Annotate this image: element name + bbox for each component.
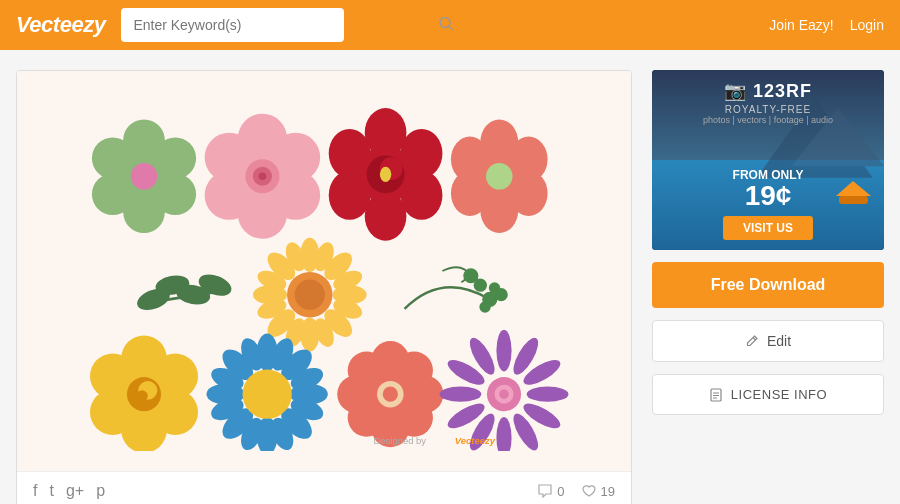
search-container (121, 8, 461, 42)
ad-tagline: ROYALTY-FREE (652, 104, 884, 115)
site-header: Vecteezy Join Eazy! Login (0, 0, 900, 50)
svg-text:Designed by: Designed by (373, 435, 426, 446)
svg-line-127 (753, 338, 756, 341)
ad-price-area: FROM ONLY 19¢ (652, 168, 884, 210)
camera-icon: 📷 (724, 80, 747, 102)
license-button[interactable]: LICENSE INFO (652, 374, 884, 415)
svg-point-109 (527, 387, 569, 402)
image-footer: f t g+ p 0 19 (17, 471, 631, 504)
pinterest-icon[interactable]: p (96, 482, 105, 500)
ad-logo-text: 📷 123RF (652, 80, 884, 102)
svg-text:Vecteezy: Vecteezy (455, 435, 496, 446)
svg-point-120 (499, 389, 508, 398)
svg-point-94 (243, 370, 292, 419)
heart-icon (581, 483, 597, 499)
document-icon (709, 388, 723, 402)
image-preview: Designed by Vecteezy (17, 71, 631, 471)
svg-point-63 (474, 279, 487, 292)
comment-stat: 0 (537, 483, 564, 499)
login-link[interactable]: Login (850, 17, 884, 33)
comment-icon (537, 483, 553, 499)
edit-label: Edit (767, 333, 791, 349)
image-stats: 0 19 (537, 483, 615, 499)
license-label: LICENSE INFO (731, 387, 827, 402)
svg-point-105 (383, 387, 398, 402)
ad-price: 19¢ (652, 182, 884, 210)
ad-visit-button[interactable]: VISIT US (723, 216, 813, 240)
svg-point-30 (380, 167, 391, 182)
svg-point-77 (136, 390, 147, 401)
svg-point-112 (496, 417, 511, 451)
social-icons: f t g+ p (33, 482, 105, 500)
join-link[interactable]: Join Eazy! (769, 17, 834, 33)
download-button[interactable]: Free Download (652, 262, 884, 308)
sidebar: 📷 123RF ROYALTY-FREE photos | vectors | … (652, 70, 884, 504)
like-count: 19 (601, 484, 615, 499)
search-button[interactable] (439, 17, 453, 34)
comment-count: 0 (557, 484, 564, 499)
svg-point-19 (259, 172, 267, 180)
edit-icon (745, 334, 759, 348)
twitter-icon[interactable]: t (49, 482, 53, 500)
ad-categories: photos | vectors | footage | audio (652, 115, 884, 125)
svg-point-9 (131, 163, 158, 190)
image-section: Designed by Vecteezy f t g+ p 0 (16, 70, 632, 504)
ad-inner: 📷 123RF ROYALTY-FREE photos | vectors | … (652, 70, 884, 250)
svg-point-38 (486, 163, 513, 190)
svg-point-106 (496, 330, 511, 372)
facebook-icon[interactable]: f (33, 482, 37, 500)
ad-banner[interactable]: 📷 123RF ROYALTY-FREE photos | vectors | … (652, 70, 884, 250)
svg-point-67 (479, 301, 490, 312)
header-nav: Join Eazy! Login (769, 17, 884, 33)
main-container: Designed by Vecteezy f t g+ p 0 (0, 50, 900, 504)
search-input[interactable] (121, 8, 344, 42)
svg-point-66 (495, 288, 508, 301)
ad-brand-name: 123RF (753, 81, 812, 102)
site-logo[interactable]: Vecteezy (16, 12, 105, 38)
like-stat: 19 (581, 483, 615, 499)
svg-point-115 (440, 387, 482, 402)
flowers-artwork: Designed by Vecteezy (37, 91, 611, 451)
ad-logo-area: 📷 123RF ROYALTY-FREE photos | vectors | … (652, 80, 884, 125)
svg-line-1 (449, 26, 453, 30)
google-plus-icon[interactable]: g+ (66, 482, 84, 500)
edit-button[interactable]: Edit (652, 320, 884, 362)
svg-point-61 (295, 280, 325, 310)
